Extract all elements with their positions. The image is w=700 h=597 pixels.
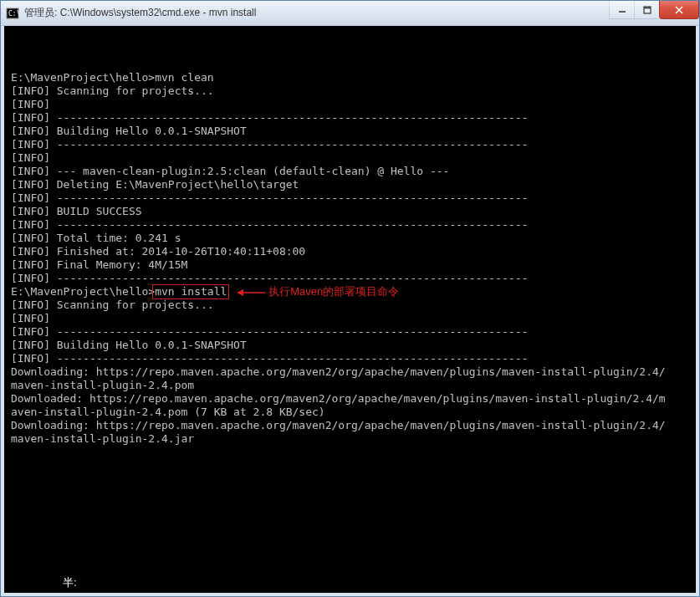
terminal-line: [INFO] — [11, 98, 689, 111]
titlebar[interactable]: C:\ 管理员: C:\Windows\system32\cmd.exe - m… — [1, 1, 699, 26]
terminal-line: Downloaded: https://repo.maven.apache.or… — [11, 392, 689, 406]
close-button[interactable] — [659, 1, 699, 19]
terminal-prompt: E:\MavenProject\hello> — [11, 285, 155, 298]
terminal-line: [INFO] ---------------------------------… — [11, 111, 689, 125]
terminal-line: maven-install-plugin-2.4.jar — [11, 432, 689, 446]
terminal-line: E:\MavenProject\hello>mvn install执行Maven… — [11, 285, 689, 298]
terminal-line: [INFO] Scanning for projects... — [11, 84, 689, 98]
terminal-line: [INFO] Total time: 0.241 s — [11, 232, 689, 245]
terminal-line: [INFO] ---------------------------------… — [11, 218, 689, 232]
svg-text:C:\: C:\ — [8, 10, 19, 18]
terminal-output: E:\MavenProject\hello>mvn clean[INFO] Sc… — [11, 58, 689, 446]
terminal-line: [INFO] BUILD SUCCESS — [11, 205, 689, 218]
window-controls — [609, 1, 699, 19]
terminal-line: Downloading: https://repo.maven.apache.o… — [11, 419, 689, 432]
terminal-line: E:\MavenProject\hello>mvn clean — [11, 71, 689, 84]
terminal-line: [INFO] ---------------------------------… — [11, 138, 689, 151]
terminal-line: [INFO] Final Memory: 4M/15M — [11, 258, 689, 272]
window-frame: C:\ 管理员: C:\Windows\system32\cmd.exe - m… — [0, 0, 700, 597]
terminal-line: [INFO] Building Hello 0.0.1-SNAPSHOT — [11, 125, 689, 138]
terminal-line: [INFO] ---------------------------------… — [11, 191, 689, 205]
window-title: 管理员: C:\Windows\system32\cmd.exe - mvn i… — [24, 6, 256, 20]
minimize-button[interactable] — [609, 1, 634, 19]
annotation-label: 执行Maven的部署项目命令 — [237, 285, 399, 298]
terminal-line — [11, 58, 689, 71]
ime-indicator: 半: — [63, 576, 77, 589]
terminal-line: [INFO] --- maven-clean-plugin:2.5:clean … — [11, 165, 689, 178]
terminal-line: [INFO] Deleting E:\MavenProject\hello\ta… — [11, 178, 689, 191]
highlighted-command: mvn install — [152, 284, 229, 299]
terminal-line: [INFO] ---------------------------------… — [11, 272, 689, 285]
cmd-icon: C:\ — [6, 7, 19, 20]
maximize-button[interactable] — [634, 1, 659, 19]
terminal-line: [INFO] Building Hello 0.0.1-SNAPSHOT — [11, 339, 689, 352]
terminal-area[interactable]: E:\MavenProject\hello>mvn clean[INFO] Sc… — [1, 26, 699, 596]
terminal-line: Downloading: https://repo.maven.apache.o… — [11, 365, 689, 379]
terminal-line: [INFO] ---------------------------------… — [11, 325, 689, 339]
svg-marker-8 — [237, 289, 243, 296]
terminal-line: aven-install-plugin-2.4.pom (7 KB at 2.8… — [11, 406, 689, 419]
terminal-line: [INFO] — [11, 151, 689, 165]
terminal-line: [INFO] Finished at: 2014-10-26T10:40:11+… — [11, 245, 689, 258]
terminal-line: [INFO] ---------------------------------… — [11, 352, 689, 365]
terminal-line: maven-install-plugin-2.4.pom — [11, 379, 689, 392]
terminal-line: [INFO] Scanning for projects... — [11, 298, 689, 312]
terminal-line: [INFO] — [11, 312, 689, 325]
